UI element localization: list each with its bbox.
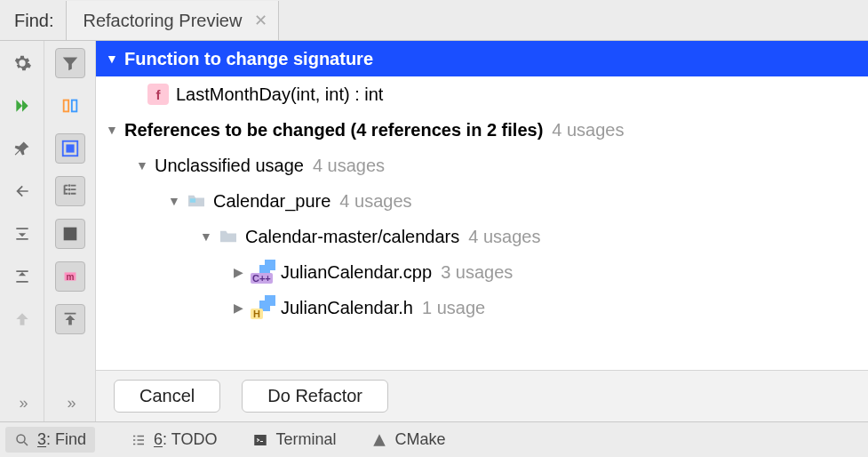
method-grouping-button[interactable]: m	[55, 261, 85, 292]
filter-button[interactable]	[55, 48, 85, 78]
chevron-down-icon: ▼	[197, 229, 215, 244]
left-toolbar-1: »	[0, 41, 44, 421]
main-area: » m » ▼ Function to change si	[0, 41, 868, 421]
file-count: 3 usages	[441, 262, 513, 283]
unclassified-label: Unclassified usage	[155, 156, 304, 176]
pin-button[interactable]	[7, 133, 37, 164]
more-icon-2[interactable]: »	[67, 394, 72, 413]
references-heading-row[interactable]: ▼ References to be changed (4 references…	[96, 112, 868, 148]
signature-row[interactable]: f LastMonthDay(int, int) : int	[96, 76, 868, 112]
cmake-label: CMake	[394, 430, 445, 449]
cancel-button[interactable]: Cancel	[114, 380, 220, 413]
project-name: Calendar_pure	[213, 191, 330, 212]
tool-window-cmake[interactable]: CMake	[371, 430, 445, 449]
find-hotkey: 3	[37, 430, 46, 448]
chevron-right-icon: ▶	[229, 265, 247, 279]
function-signature: LastMonthDay(int, int) : int	[176, 84, 383, 105]
tool-window-todo[interactable]: 6: TODO	[131, 430, 217, 449]
chevron-down-icon: ▼	[133, 158, 151, 172]
file-cpp-row[interactable]: ▶ C++ JulianCalendar.cpp 3 usages	[96, 254, 868, 290]
signature-root-row[interactable]: ▼ Function to change signature	[96, 41, 868, 76]
settings-button[interactable]	[7, 48, 37, 78]
chevron-down-icon: ▼	[103, 123, 121, 137]
collapse-all-button[interactable]	[7, 261, 37, 292]
references-count: 4 usages	[552, 120, 624, 140]
project-row[interactable]: ▼ Calendar_pure 4 usages	[96, 183, 868, 219]
expand-all-button[interactable]	[7, 219, 37, 249]
svg-rect-3	[66, 144, 74, 152]
folder-icon	[219, 228, 238, 245]
up-button[interactable]	[7, 304, 37, 334]
svg-rect-0	[63, 100, 68, 112]
file-count: 1 usage	[422, 298, 485, 318]
cpp-file-icon: C++	[251, 262, 275, 282]
h-file-icon: H	[251, 298, 275, 317]
rerun-button[interactable]	[7, 91, 37, 121]
file-name: JulianCalendar.h	[281, 298, 413, 318]
find-label: : Find	[46, 430, 86, 448]
chevron-right-icon: ▶	[229, 301, 247, 315]
svg-point-5	[68, 188, 70, 191]
references-heading: References to be changed (4 references i…	[124, 120, 543, 140]
export-button[interactable]	[55, 304, 85, 334]
preview-button[interactable]	[55, 91, 85, 121]
tab-title: Refactoring Preview	[83, 11, 242, 31]
svg-rect-1	[71, 100, 76, 112]
terminal-label: Terminal	[275, 430, 336, 449]
root-title: Function to change signature	[124, 49, 373, 69]
refactoring-preview-tab[interactable]: Refactoring Preview ✕	[66, 1, 279, 40]
find-tool-label: Find:	[0, 11, 66, 40]
function-icon: f	[147, 84, 169, 105]
unclassified-count: 4 usages	[313, 156, 385, 176]
more-icon[interactable]: »	[19, 394, 24, 413]
group-button[interactable]	[55, 133, 85, 164]
svg-point-4	[68, 184, 70, 187]
chevron-down-icon: ▼	[103, 52, 121, 66]
do-refactor-button[interactable]: Do Refactor	[242, 380, 388, 413]
folder-name: Calendar-master/calendars	[245, 227, 459, 247]
project-count: 4 usages	[339, 191, 411, 212]
unclassified-row[interactable]: ▼ Unclassified usage 4 usages	[96, 148, 868, 183]
todo-label: : TODO	[163, 430, 217, 448]
bottom-toolbar: 3: Find 6: TODO Terminal CMake	[0, 421, 868, 457]
svg-rect-7	[63, 228, 76, 241]
svg-rect-12	[255, 435, 267, 445]
tool-window-header: Find: Refactoring Preview ✕	[0, 0, 868, 41]
back-button[interactable]	[7, 176, 37, 206]
svg-rect-10	[190, 198, 195, 203]
content-panel: ▼ Function to change signature f LastMon…	[96, 41, 868, 421]
folder-icon	[187, 193, 206, 209]
svg-text:m: m	[66, 272, 74, 282]
left-toolbar-2: m »	[44, 41, 96, 421]
flatten-button[interactable]	[55, 219, 85, 249]
folder-count: 4 usages	[468, 227, 540, 247]
tool-window-find[interactable]: 3: Find	[5, 427, 95, 453]
chevron-down-icon: ▼	[165, 194, 183, 208]
file-name: JulianCalendar.cpp	[281, 262, 432, 283]
button-bar: Cancel Do Refactor	[96, 370, 868, 421]
svg-point-6	[68, 192, 70, 195]
file-h-row[interactable]: ▶ H JulianCalendar.h 1 usage	[96, 290, 868, 325]
svg-point-11	[17, 435, 25, 443]
close-icon[interactable]: ✕	[254, 11, 267, 30]
todo-hotkey: 6	[154, 430, 163, 448]
tree-mode-button[interactable]	[55, 176, 85, 206]
tool-window-terminal[interactable]: Terminal	[252, 430, 336, 449]
refactoring-tree[interactable]: ▼ Function to change signature f LastMon…	[96, 41, 868, 370]
folder-row[interactable]: ▼ Calendar-master/calendars 4 usages	[96, 219, 868, 254]
